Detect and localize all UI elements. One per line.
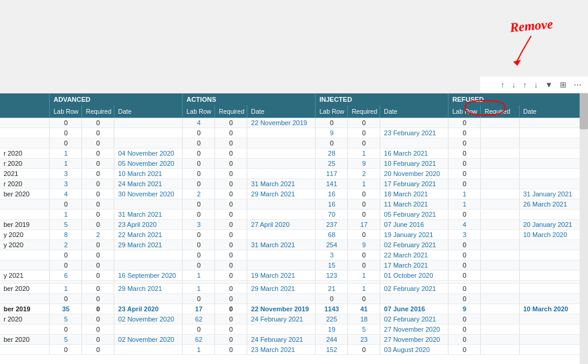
- cell-r4-c2: 0: [82, 159, 114, 169]
- cell-r0-c7: 0: [316, 118, 348, 128]
- cell-r12-c4: 0: [183, 240, 215, 250]
- sort-desc-icon[interactable]: ↓: [510, 79, 518, 90]
- cell-r8-c5: 0: [215, 199, 247, 210]
- move-down-icon[interactable]: ↓: [532, 79, 540, 90]
- table-row: y 20202029 March 20210031 March 20212549…: [0, 240, 588, 250]
- cell-r11-c8: 0: [348, 230, 380, 240]
- cell-r3-c10: 0: [448, 148, 481, 159]
- col-header-inj-date[interactable]: Date: [380, 105, 448, 118]
- cell-r13-c10: 0: [448, 250, 481, 260]
- cell-r14-c10: 0: [448, 260, 481, 271]
- col-header-ref-labrow[interactable]: Lab Row: [448, 105, 481, 118]
- col-header-ref-required[interactable]: Required: [481, 105, 519, 118]
- cell-r1-c4: 0: [183, 128, 215, 138]
- cell-r6-c10: 0: [448, 179, 481, 189]
- filter-icon[interactable]: ▼: [543, 79, 554, 90]
- cell-r1-c1: 0: [50, 128, 82, 138]
- cell-r22-c0: ber 2020: [0, 335, 50, 345]
- cell-r19-c8: 41: [348, 304, 380, 314]
- cell-r17-c7: 21: [316, 284, 348, 294]
- cell-r9-c5: 0: [215, 210, 247, 220]
- cell-r17-c0: ber 2020: [0, 284, 50, 294]
- cell-r11-c12: 10 March 2020: [519, 230, 587, 240]
- cell-r11-c9: 19 January 2021: [380, 230, 448, 240]
- cell-r14-c3: [114, 260, 183, 271]
- cell-r13-c4: 0: [183, 250, 215, 260]
- table-row: 20213010 March 202100117220 November 202…: [0, 169, 588, 179]
- cell-r8-c10: 1: [448, 199, 481, 210]
- cell-r14-c8: 0: [348, 260, 380, 271]
- cell-r4-c3: 05 November 2020: [114, 159, 183, 169]
- cell-r17-c3: 29 March 2021: [114, 284, 183, 294]
- col-header-act-labrow[interactable]: Lab Row: [183, 105, 215, 118]
- cell-r14-c4: 0: [183, 260, 215, 271]
- cell-r2-c11: [481, 138, 519, 148]
- cell-r8-c2: 0: [82, 199, 114, 210]
- cell-r13-c8: 0: [348, 250, 380, 260]
- cell-r21-c12: [519, 324, 587, 335]
- cell-r2-c3: [114, 138, 183, 148]
- cell-r10-c4: 3: [183, 220, 215, 230]
- cell-r20-c2: 0: [82, 314, 114, 324]
- cell-r22-c2: 0: [82, 335, 114, 345]
- cell-r11-c6: [247, 230, 316, 240]
- cell-r17-c2: 0: [82, 284, 114, 294]
- scroll-thumb[interactable]: [580, 93, 588, 129]
- cell-r15-c4: 1: [183, 271, 215, 281]
- col-header-act-date[interactable]: Date: [247, 105, 316, 118]
- cell-r3-c3: 04 November 2020: [114, 148, 183, 159]
- cell-r15-c8: 1: [348, 271, 380, 281]
- cell-r9-c1: 1: [50, 210, 82, 220]
- col-header-adv-date[interactable]: Date: [114, 105, 183, 118]
- cell-r23-c8: 0: [348, 345, 380, 355]
- col-group-injected: INJECTED: [316, 93, 448, 105]
- col-header-blank: [0, 105, 50, 118]
- cell-r23-c7: 152: [316, 345, 348, 355]
- cell-r8-c7: 16: [316, 199, 348, 210]
- cell-r7-c8: 0: [348, 189, 380, 199]
- cell-r11-c3: 22 March 2021: [114, 230, 183, 240]
- move-up-icon[interactable]: ↑: [521, 79, 529, 90]
- cell-r14-c9: 17 March 2021: [380, 260, 448, 271]
- cell-r2-c5: 0: [215, 138, 247, 148]
- cell-r5-c12: [519, 169, 587, 179]
- col-header-inj-required[interactable]: Required: [348, 105, 380, 118]
- cell-r14-c0: [0, 260, 50, 271]
- cell-r0-c10: 0: [448, 118, 481, 128]
- cell-r1-c9: 23 February 2021: [380, 128, 448, 138]
- cell-r12-c2: 0: [82, 240, 114, 250]
- vertical-scrollbar[interactable]: [580, 93, 588, 364]
- col-header-adv-labrow[interactable]: Lab Row: [50, 105, 82, 118]
- table-row: 0000000: [0, 138, 588, 148]
- cell-r8-c4: 0: [183, 199, 215, 210]
- col-header-inj-labrow[interactable]: Lab Row: [316, 105, 348, 118]
- cell-r23-c12: [519, 345, 587, 355]
- cell-r17-c4: 1: [183, 284, 215, 294]
- cell-r6-c12: [519, 179, 587, 189]
- cell-r5-c2: 0: [82, 169, 114, 179]
- col-header-ref-date[interactable]: Date: [519, 105, 587, 118]
- col-group-refused: REFUSED: [448, 93, 588, 105]
- table-row: 00009023 February 20210: [0, 128, 588, 138]
- sort-asc-icon[interactable]: ↑: [499, 79, 507, 90]
- col-header-adv-required[interactable]: Required: [82, 105, 114, 118]
- col-group-actions: ACTIONS: [183, 93, 316, 105]
- cell-r9-c2: 0: [82, 210, 114, 220]
- cell-r20-c5: 0: [215, 314, 247, 324]
- cell-r17-c8: 1: [348, 284, 380, 294]
- cell-r23-c9: 03 August 2020: [380, 345, 448, 355]
- remove-annotation: Remove: [492, 0, 576, 77]
- cell-r8-c8: 0: [348, 199, 380, 210]
- col-header-act-required[interactable]: Required: [215, 105, 247, 118]
- cell-r3-c9: 16 March 2021: [380, 148, 448, 159]
- cell-r11-c7: 68: [316, 230, 348, 240]
- cell-r12-c6: 31 March 2021: [247, 240, 316, 250]
- cell-r1-c3: [114, 128, 183, 138]
- cell-r11-c1: 8: [50, 230, 82, 240]
- table-row: 000015017 March 20210: [0, 260, 588, 271]
- table-row: ber 20205002 November 202062024 February…: [0, 335, 588, 345]
- table-row: 001023 March 2021152003 August 20200: [0, 345, 588, 355]
- grid-icon[interactable]: ⊞: [558, 79, 568, 90]
- more-icon[interactable]: ⋯: [572, 79, 583, 90]
- cell-r4-c10: 0: [448, 159, 481, 169]
